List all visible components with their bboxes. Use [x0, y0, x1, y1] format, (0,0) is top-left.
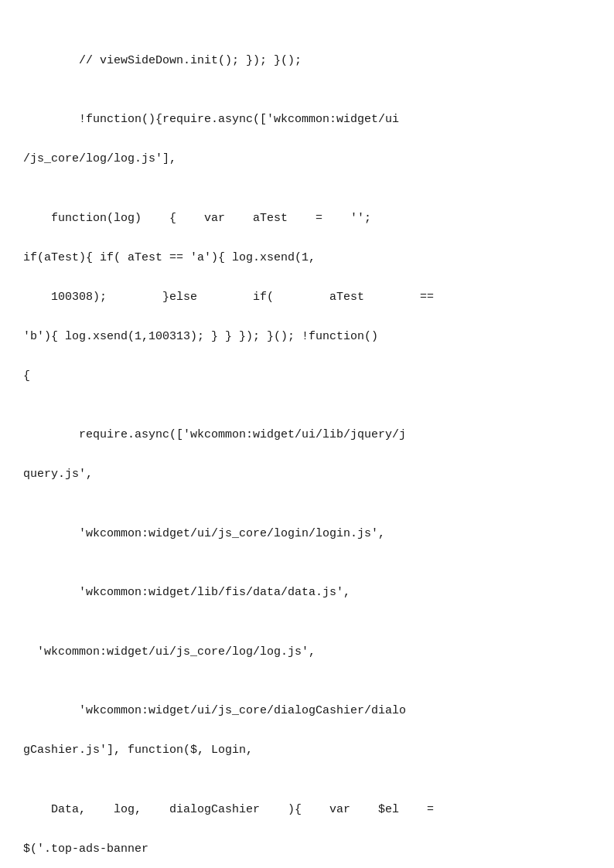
code-line-8: 100308); }else if( aTest ==	[23, 288, 591, 308]
code-line-17: 'wkcommon:widget/lib/fis/data/data.js',	[23, 583, 591, 603]
code-line-25: $('.top-ads-banner	[23, 839, 591, 859]
code-line-24: Data, log, dialogCashier ){ var $el =	[23, 800, 591, 820]
code-line-6: function(log) { var aTest = '';	[23, 209, 591, 229]
code-line-12: require.async(['wkcommon:widget/ui/lib/j…	[23, 425, 591, 445]
code-line-19: 'wkcommon:widget/ui/js_core/log/log.js',	[23, 642, 591, 662]
code-line-13: query.js',	[23, 465, 591, 485]
code-line-21: 'wkcommon:widget/ui/js_core/dialogCashie…	[23, 701, 591, 721]
code-line-10: {	[23, 366, 591, 386]
code-line-3: !function(){require.async(['wkcommon:wid…	[23, 110, 591, 130]
code-line-15: 'wkcommon:widget/ui/js_core/login/login.…	[23, 524, 591, 544]
code-line-4: /js_core/log/log.js'],	[23, 149, 591, 169]
code-line-1: // viewSideDown.init(); }); }();	[23, 51, 591, 71]
code-line-22: gCashier.js'], function($, Login,	[23, 740, 591, 761]
code-line-9: 'b'){ log.xsend(1,100313); } } }); }(); …	[23, 327, 591, 347]
code-block: // viewSideDown.init(); }); }(); !functi…	[0, 0, 614, 868]
code-line-7: if(aTest){ if( aTest == 'a'){ log.xsend(…	[23, 248, 591, 268]
